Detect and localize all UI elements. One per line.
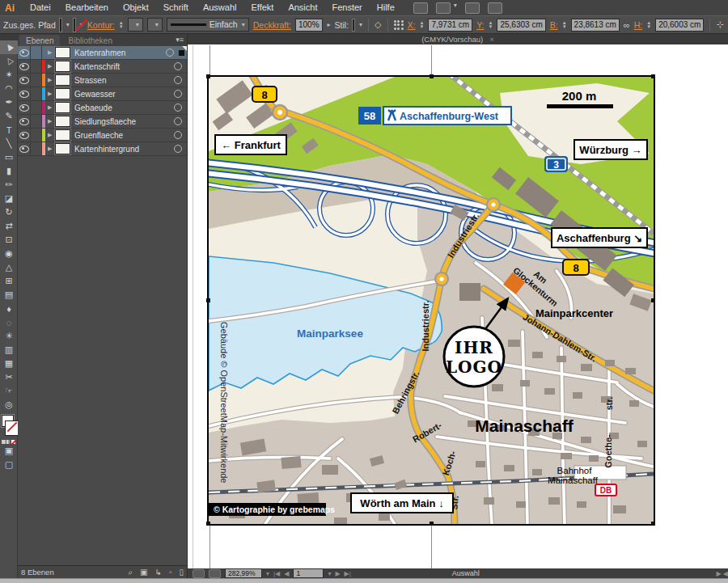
width-tool[interactable]: ⇄	[0, 219, 18, 233]
target-circle-icon[interactable]	[174, 117, 182, 125]
visibility-toggle[interactable]	[18, 87, 31, 100]
expand-triangle-icon[interactable]: ▶	[48, 146, 55, 152]
screen-mode-button[interactable]: ▢	[0, 458, 18, 471]
y-stepper[interactable]: ▲▼	[489, 21, 493, 29]
locate-object-icon[interactable]: ⌕	[128, 568, 133, 577]
x-label[interactable]: X:	[408, 20, 416, 30]
layer-row-kartenhintergrund[interactable]: ▶Kartenhintergrund	[18, 142, 187, 156]
visibility-toggle[interactable]	[18, 74, 31, 87]
layer-thumbnail[interactable]	[55, 74, 70, 86]
visibility-toggle[interactable]	[18, 142, 31, 155]
layer-row-kartenrahmen[interactable]: ▶Kartenrahmen	[18, 46, 187, 60]
eraser-tool[interactable]: ◪	[0, 192, 18, 205]
zoom-dropdown-arrow[interactable]: ▾	[266, 570, 269, 577]
target-circle-icon[interactable]	[174, 76, 182, 84]
b-stepper[interactable]: ▲▼	[562, 21, 567, 29]
layer-name[interactable]: Gebaeude	[74, 104, 174, 112]
symbol-sprayer-tool[interactable]: ✳	[0, 329, 18, 343]
clipping-mask-icon[interactable]: ▣	[140, 568, 147, 577]
lock-toggle[interactable]	[31, 142, 42, 155]
layer-thumbnail[interactable]	[55, 61, 70, 72]
stroke-swatch[interactable]	[74, 19, 75, 32]
perspective-grid-tool[interactable]: △	[0, 260, 18, 274]
zoom-tool[interactable]: ◎	[0, 398, 18, 412]
selection-handle[interactable]	[206, 298, 210, 302]
layer-thumbnail[interactable]	[55, 143, 70, 154]
lock-toggle[interactable]	[31, 129, 42, 142]
drawing-mode-button[interactable]: ▣	[0, 444, 18, 458]
layer-name[interactable]: Siedlungsflaeche	[74, 117, 174, 126]
curvature-tool[interactable]: ✎	[0, 109, 18, 123]
menu-item-objekt[interactable]: Objekt	[116, 0, 156, 15]
shape-builder-tool[interactable]: ◉	[0, 247, 18, 260]
target-circle-icon[interactable]	[174, 62, 182, 70]
document-tab-title[interactable]: (CMYK/Vorschau)	[421, 35, 483, 44]
layer-name[interactable]: Kartenrahmen	[74, 49, 166, 57]
reference-point-icon[interactable]	[394, 20, 404, 30]
menu-item-schrift[interactable]: Schrift	[156, 0, 196, 15]
tools-panel-header[interactable]	[0, 34, 17, 40]
stroke-weight-dropdown[interactable]: ▾	[128, 18, 143, 32]
style-swatch[interactable]	[353, 19, 354, 31]
target-circle-icon[interactable]	[174, 145, 182, 153]
mesh-tool[interactable]: ⊞	[0, 274, 18, 288]
rectangle-tool[interactable]: ▭	[0, 150, 18, 164]
visibility-toggle[interactable]	[18, 129, 31, 142]
layer-name[interactable]: Gewaesser	[74, 90, 174, 99]
tab-ebenen[interactable]: Ebenen	[19, 35, 60, 46]
layer-name[interactable]: Kartenschrift	[74, 62, 174, 71]
layer-thumbnail[interactable]	[55, 88, 70, 99]
h-label[interactable]: H:	[634, 20, 643, 30]
layer-row-gebaeude[interactable]: ▶Gebaeude	[18, 101, 187, 115]
expand-triangle-icon[interactable]: ▶	[48, 49, 55, 56]
document-tab-close-icon[interactable]: ×	[489, 35, 494, 44]
rotate-tool[interactable]: ↻	[0, 205, 18, 219]
layer-row-strassen[interactable]: ▶Strassen	[18, 74, 187, 87]
visibility-toggle[interactable]	[18, 101, 31, 114]
share-icon[interactable]	[488, 2, 502, 14]
x-stepper[interactable]: ▲▼	[420, 21, 425, 29]
direct-selection-tool[interactable]: ▷	[0, 54, 18, 68]
brush-dropdown[interactable]: ▾	[147, 18, 163, 32]
layer-name[interactable]: Strassen	[74, 76, 174, 85]
opacity-field[interactable]: 100%	[295, 19, 323, 32]
layer-thumbnail[interactable]	[55, 47, 70, 58]
style-dropdown-arrow[interactable]: ▾	[359, 21, 362, 28]
workspace-switcher-icon[interactable]	[436, 2, 451, 14]
x-field[interactable]: 7,9731 cm	[428, 19, 472, 32]
lock-toggle[interactable]	[31, 101, 42, 114]
artboard-number-field[interactable]: 1	[293, 568, 324, 578]
width-field[interactable]: 23,8613 cm	[571, 19, 620, 32]
selection-handle[interactable]	[430, 74, 434, 78]
expand-triangle-icon[interactable]: ▶	[48, 132, 55, 138]
artboard-tool[interactable]: ▦	[0, 357, 18, 370]
layer-row-kartenschrift[interactable]: ▶Kartenschrift	[18, 60, 187, 74]
gradient-tool[interactable]: ▤	[0, 288, 18, 302]
menu-item-effekt[interactable]: Effekt	[243, 0, 281, 15]
layer-row-siedlungsflaeche[interactable]: ▶Siedlungsflaeche	[18, 115, 187, 129]
layer-row-gewaesser[interactable]: ▶Gewaesser	[18, 87, 187, 101]
selection-handle[interactable]	[651, 74, 655, 78]
delete-layer-icon[interactable]: ▯	[179, 568, 184, 577]
target-circle-icon[interactable]	[174, 90, 182, 98]
selection-handle[interactable]	[206, 522, 210, 526]
zoom-level-field[interactable]: 282,99%	[225, 568, 262, 578]
y-label[interactable]: Y:	[476, 20, 484, 30]
layer-thumbnail[interactable]	[55, 116, 70, 127]
hand-tool[interactable]: ☞	[0, 384, 18, 398]
menu-item-auswahl[interactable]: Auswahl	[196, 0, 244, 15]
arrange-documents-icon[interactable]	[413, 2, 428, 14]
expand-triangle-icon[interactable]: ▶	[48, 77, 55, 83]
new-sublayer-icon[interactable]: ↳	[155, 568, 162, 577]
lock-toggle[interactable]	[31, 60, 42, 73]
expand-triangle-icon[interactable]: ▶	[48, 104, 55, 111]
menu-item-hilfe[interactable]: Hilfe	[370, 0, 402, 15]
pen-tool[interactable]: ✒	[0, 95, 18, 109]
visibility-toggle[interactable]	[18, 46, 31, 59]
layer-name[interactable]: Gruenflaeche	[74, 131, 174, 140]
free-transform-tool[interactable]: ⊡	[0, 233, 18, 247]
type-tool[interactable]: T	[0, 123, 18, 137]
visibility-toggle[interactable]	[18, 60, 31, 73]
map-artwork[interactable]: Industriestr. Industriestr. Am Glockentu…	[207, 75, 655, 526]
artboard-dropdown-arrow[interactable]: ▾	[328, 570, 331, 577]
